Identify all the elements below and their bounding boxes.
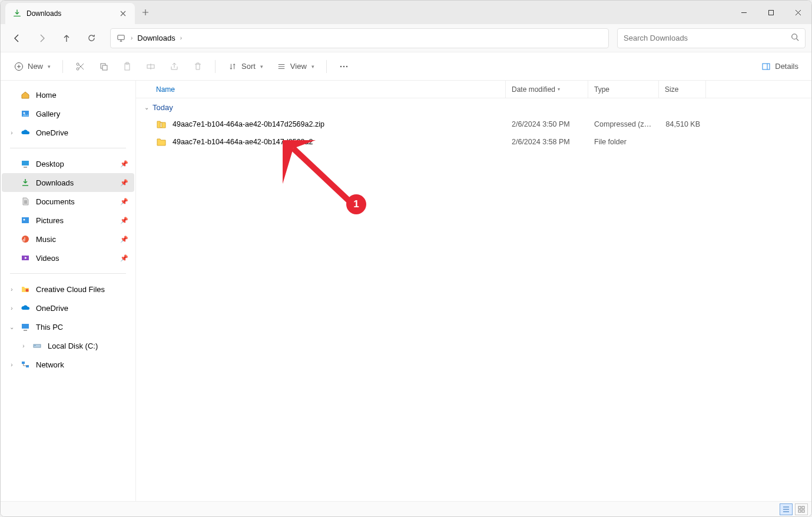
sidebar-item-pictures[interactable]: Pictures 📌 bbox=[2, 211, 134, 230]
pin-icon: 📌 bbox=[120, 217, 128, 224]
paste-button[interactable] bbox=[117, 57, 137, 76]
expand-icon[interactable]: › bbox=[8, 305, 16, 311]
delete-button[interactable] bbox=[188, 57, 208, 76]
sort-button[interactable]: Sort ▾ bbox=[223, 57, 268, 76]
expand-icon[interactable]: › bbox=[8, 362, 16, 368]
details-view-button[interactable] bbox=[780, 503, 793, 515]
ellipsis-icon bbox=[339, 61, 349, 72]
window-controls bbox=[730, 1, 811, 24]
details-pane-icon bbox=[761, 61, 771, 72]
documents-icon bbox=[21, 197, 30, 206]
onedrive-icon bbox=[21, 128, 30, 137]
up-button[interactable] bbox=[56, 28, 77, 49]
svg-point-11 bbox=[340, 65, 342, 67]
gallery-icon bbox=[21, 109, 30, 118]
sidebar-item-this-pc[interactable]: ⌄ This PC bbox=[2, 317, 134, 336]
expand-icon[interactable]: › bbox=[19, 343, 28, 349]
file-row-zip[interactable]: 49aac7e1-b104-464a-ae42-0b147d2569a2.zip… bbox=[136, 115, 811, 133]
tab-downloads[interactable]: Downloads bbox=[5, 3, 135, 24]
chevron-right-icon[interactable]: › bbox=[180, 35, 182, 41]
svg-rect-1 bbox=[117, 35, 124, 40]
sidebar-item-documents[interactable]: Documents 📌 bbox=[2, 192, 134, 211]
svg-point-4 bbox=[77, 68, 79, 70]
svg-rect-25 bbox=[34, 345, 36, 346]
svg-rect-30 bbox=[802, 506, 804, 509]
sidebar-item-creative-cloud[interactable]: › Creative Cloud Files bbox=[2, 280, 134, 299]
sidebar-item-downloads[interactable]: Downloads 📌 bbox=[2, 173, 134, 192]
sidebar-item-local-disk[interactable]: › Local Disk (C:) bbox=[2, 336, 134, 355]
sidebar-item-gallery[interactable]: Gallery bbox=[2, 104, 134, 123]
column-type[interactable]: Type bbox=[588, 81, 659, 98]
sidebar-label: Gallery bbox=[36, 110, 60, 118]
folder-icon bbox=[156, 137, 167, 147]
maximize-button[interactable] bbox=[757, 1, 784, 24]
refresh-button[interactable] bbox=[81, 28, 102, 49]
view-button[interactable]: View ▾ bbox=[271, 57, 319, 76]
more-button[interactable] bbox=[334, 57, 354, 76]
new-label: New bbox=[28, 62, 43, 71]
collapse-icon[interactable]: ⌄ bbox=[8, 324, 16, 330]
sidebar-item-home[interactable]: Home bbox=[2, 85, 134, 104]
search-box[interactable] bbox=[617, 28, 806, 48]
address-bar[interactable]: › Downloads › bbox=[110, 28, 609, 48]
chevron-right-icon[interactable]: › bbox=[131, 35, 132, 41]
share-button[interactable] bbox=[164, 57, 184, 76]
share-icon bbox=[169, 61, 180, 72]
sidebar-label: OneDrive bbox=[36, 128, 68, 137]
group-label: Today bbox=[153, 103, 173, 112]
music-icon bbox=[21, 234, 30, 244]
sidebar-label: Videos bbox=[36, 254, 59, 263]
cut-button[interactable] bbox=[70, 57, 90, 76]
sidebar-label: Music bbox=[36, 235, 56, 244]
disk-icon bbox=[32, 341, 42, 350]
forward-button[interactable] bbox=[31, 28, 52, 49]
search-input[interactable] bbox=[624, 34, 791, 42]
svg-point-2 bbox=[792, 34, 797, 39]
sidebar-label: Pictures bbox=[36, 216, 64, 225]
svg-rect-23 bbox=[22, 324, 29, 329]
svg-point-12 bbox=[343, 65, 344, 67]
svg-rect-14 bbox=[763, 64, 770, 69]
column-size[interactable]: Size bbox=[659, 81, 706, 98]
large-icons-view-button[interactable] bbox=[795, 503, 808, 515]
close-tab-button[interactable] bbox=[118, 9, 128, 18]
column-name[interactable]: Name bbox=[150, 81, 506, 98]
expand-icon[interactable]: › bbox=[8, 130, 16, 136]
view-icon bbox=[276, 61, 287, 72]
sidebar-label: Home bbox=[36, 91, 57, 100]
column-date[interactable]: Date modified▾ bbox=[506, 81, 588, 98]
sidebar-item-videos[interactable]: Videos 📌 bbox=[2, 248, 134, 267]
pc-icon bbox=[115, 33, 126, 44]
paste-icon bbox=[122, 61, 132, 72]
new-tab-button[interactable] bbox=[135, 1, 156, 24]
address-segment[interactable]: Downloads bbox=[137, 34, 175, 42]
new-button[interactable]: New ▾ bbox=[9, 57, 55, 76]
sidebar-item-music[interactable]: Music 📌 bbox=[2, 230, 134, 248]
sort-label: Sort bbox=[241, 62, 256, 71]
details-label: Details bbox=[775, 62, 798, 71]
chevron-down-icon: ▾ bbox=[311, 64, 314, 69]
group-today[interactable]: ⌄ Today bbox=[136, 98, 811, 115]
navbar: › Downloads › bbox=[1, 24, 811, 52]
desktop-icon bbox=[21, 159, 30, 168]
close-window-button[interactable] bbox=[784, 1, 811, 24]
expand-icon[interactable]: › bbox=[8, 286, 16, 293]
details-pane-button[interactable]: Details bbox=[756, 57, 803, 76]
folder-icon bbox=[21, 284, 30, 294]
file-row-folder[interactable]: 49aac7e1-b104-464a-ae42-0b147d2569a2 2/6… bbox=[136, 133, 811, 151]
copy-button[interactable] bbox=[94, 57, 114, 76]
rename-button[interactable] bbox=[141, 57, 161, 76]
sidebar-item-network[interactable]: › Network bbox=[2, 355, 134, 374]
sidebar-label: This PC bbox=[36, 323, 63, 332]
sidebar-label: Downloads bbox=[36, 178, 74, 187]
back-button[interactable] bbox=[6, 28, 28, 49]
svg-rect-32 bbox=[802, 510, 804, 512]
file-name: 49aac7e1-b104-464a-ae42-0b147d2569a2.zip bbox=[173, 120, 324, 128]
download-icon bbox=[21, 178, 30, 187]
sidebar-item-desktop[interactable]: Desktop 📌 bbox=[2, 154, 134, 173]
minimize-button[interactable] bbox=[730, 1, 757, 24]
chevron-down-icon: ▾ bbox=[48, 64, 51, 69]
sidebar-item-onedrive[interactable]: › OneDrive bbox=[2, 123, 134, 142]
file-date: 2/6/2024 3:50 PM bbox=[506, 120, 588, 128]
sidebar-item-onedrive-2[interactable]: › OneDrive bbox=[2, 299, 134, 317]
